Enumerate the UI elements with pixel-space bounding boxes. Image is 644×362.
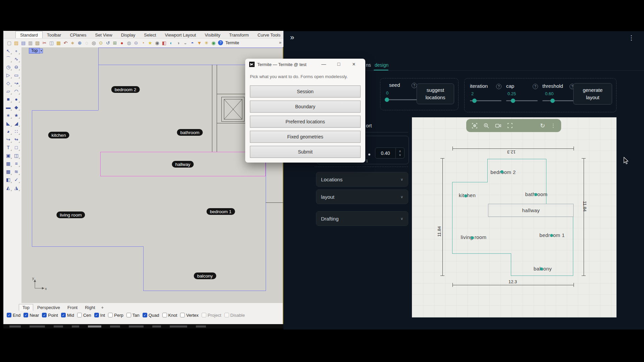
osnap-disable[interactable]: Disable [224, 313, 245, 318]
shaded-view-icon[interactable]: ◑ [175, 40, 181, 46]
light-icon[interactable]: ★ [147, 40, 153, 46]
lock-icon[interactable]: ◉ [154, 40, 160, 46]
iteration-slider[interactable] [470, 100, 501, 101]
layout-preview-canvas[interactable]: ↻ ⋮ 12.3 11.84 11.84 [412, 117, 616, 317]
checkbox-quad[interactable]: ✓ [143, 313, 147, 317]
curve-interp-tool-icon[interactable]: ∿ [12, 55, 20, 63]
viewport-title[interactable]: Top ▾ [29, 48, 43, 54]
osnap-vertex[interactable]: Vertex [180, 313, 199, 318]
curve-tool-icon[interactable]: ⌒ [4, 55, 12, 63]
viewport-title-label[interactable]: Top [29, 48, 40, 54]
osnap-knot[interactable]: Knot [162, 313, 177, 318]
preferred-locations-button[interactable]: Preferred locations [250, 116, 361, 128]
checkbox-int[interactable]: ✓ [94, 313, 99, 317]
iteration-help-icon[interactable]: ? [496, 84, 501, 89]
loft-tool-icon[interactable]: ◠ [12, 87, 20, 95]
zoom-in-icon[interactable]: ⊕ [76, 40, 83, 46]
menu-tab-set-view[interactable]: Set View [91, 32, 117, 38]
osnap-tan[interactable]: Tan [126, 313, 140, 318]
boolean-tool-icon[interactable]: ◕ [4, 127, 12, 135]
maximize-button[interactable]: □ [335, 61, 342, 67]
undo-icon[interactable]: ↶ [62, 40, 69, 46]
checkbox-cen[interactable] [77, 313, 82, 317]
dialog-title-bar[interactable]: Termite — Termite @ test [245, 59, 365, 70]
focus-icon[interactable] [472, 123, 478, 129]
suggest-locations-button[interactable]: suggest locations [417, 83, 454, 104]
checkbox-knot[interactable] [162, 313, 167, 317]
threshold-slider[interactable] [542, 100, 574, 101]
menu-tab-standard[interactable]: Standard [15, 31, 43, 38]
fullscreen-icon[interactable] [507, 123, 513, 128]
mesh-tool-icon[interactable]: ▦ [4, 160, 12, 167]
viewport-layout-icon[interactable]: ⊞ [112, 40, 118, 46]
chamfer-tool-icon[interactable]: ◢ [12, 119, 20, 127]
pan-view-icon[interactable]: ∗ [69, 40, 76, 46]
osnap-near[interactable]: ✓Near [23, 313, 39, 318]
circle-tool-icon[interactable]: ◷ [4, 63, 12, 71]
rotate-view-icon[interactable]: ↺ [105, 40, 111, 46]
cap-help-icon[interactable]: ? [533, 84, 538, 89]
submit-button[interactable]: Submit [250, 146, 361, 158]
fillet-tool-icon[interactable]: ◣ [4, 119, 12, 127]
checkbox-point[interactable]: ✓ [42, 313, 47, 317]
termite-menu-label[interactable]: Termite [225, 41, 239, 45]
copy-icon[interactable]: ◫ [48, 40, 55, 46]
ghosted-view-icon[interactable]: ◒ [182, 40, 189, 46]
annotate-tool-icon[interactable]: □ [12, 143, 20, 151]
help-icon[interactable]: ? [218, 40, 223, 45]
select-tool-icon[interactable]: ↖ [4, 47, 12, 55]
insert-tool-icon[interactable]: ◫ [12, 152, 20, 159]
section-layout[interactable]: layout∨ [316, 189, 408, 204]
osnap-int[interactable]: ✓Int [94, 313, 105, 318]
panel-menu-icon[interactable]: ⋮ [628, 34, 635, 42]
block-tool-icon[interactable]: ▣ [4, 152, 12, 159]
check-tool-icon[interactable]: ✓ [12, 176, 20, 183]
viewport-title-dropdown-icon[interactable]: ▾ [40, 49, 43, 53]
generate-layout-button[interactable]: generate layout [573, 83, 612, 105]
kebab-icon[interactable]: ⋮ [551, 123, 556, 129]
save-icon[interactable]: ▤ [20, 40, 26, 46]
export-icon[interactable]: ▧ [34, 40, 41, 46]
viewport-move-icon[interactable]: + [99, 304, 106, 311]
section-locations[interactable]: Locations∨ [316, 172, 408, 187]
point-tool-icon[interactable]: ∘ [12, 47, 20, 55]
hide-object-icon[interactable]: ⊖ [133, 40, 139, 46]
array-tool-icon[interactable]: ▩ [4, 168, 12, 175]
osnap-perp[interactable]: Perp [108, 313, 123, 318]
stepper-down-icon[interactable]: ∨ [399, 153, 401, 157]
location-marker[interactable] [540, 267, 543, 270]
split-tool-icon[interactable]: ◧ [4, 176, 12, 183]
section-drafting[interactable]: Drafting∨ [316, 211, 408, 226]
viewport-tab-right[interactable]: Right [82, 304, 98, 311]
pyramid-tool-icon[interactable]: ◮ [12, 184, 20, 191]
menu-tab-transform[interactable]: Transform [225, 32, 253, 38]
osnap-end[interactable]: ✓End [7, 313, 20, 318]
location-marker[interactable] [534, 193, 537, 196]
polygon-tool-icon[interactable]: ◇ [4, 79, 12, 87]
ellipse-tool-icon[interactable]: ⊖ [12, 63, 20, 71]
text-tool-icon[interactable]: T [4, 143, 12, 151]
menu-tab-select[interactable]: Select [140, 32, 160, 38]
menu-tab-visibility[interactable]: Visibility [200, 32, 225, 38]
panel-collapse-icon[interactable]: » [290, 33, 294, 42]
paste-icon[interactable]: ▩ [55, 40, 62, 46]
render-color-icon[interactable]: ◐ [168, 40, 174, 46]
checkbox-tan[interactable] [126, 313, 131, 317]
osnap-mid[interactable]: ✓Mid [61, 313, 74, 318]
value-stepper[interactable]: ∧∨ [396, 147, 405, 159]
box-tool-icon[interactable]: ■ [4, 95, 12, 103]
solid-tools-tool-icon[interactable]: ◆ [12, 103, 20, 111]
refresh-icon[interactable]: ↻ [540, 122, 545, 129]
named-view-icon[interactable]: ● [119, 40, 125, 46]
checkbox-vertex[interactable] [180, 313, 185, 317]
zoom-extents-icon[interactable]: ⊙ [98, 40, 104, 46]
menu-tab-display[interactable]: Display [117, 32, 140, 38]
mesh-tools-tool-icon[interactable]: ≡ [12, 160, 20, 167]
camera-icon[interactable] [495, 123, 501, 128]
viewport-tab-front[interactable]: Front [64, 304, 81, 311]
toolbar-overflow-chevron-icon[interactable]: » [279, 40, 281, 45]
cylinder-tool-icon[interactable]: ▬ [4, 103, 12, 111]
checkbox-project[interactable] [202, 313, 206, 317]
zoom-dynamic-icon[interactable]: ◌ [84, 40, 90, 46]
cut-icon[interactable]: ✂ [41, 40, 48, 46]
